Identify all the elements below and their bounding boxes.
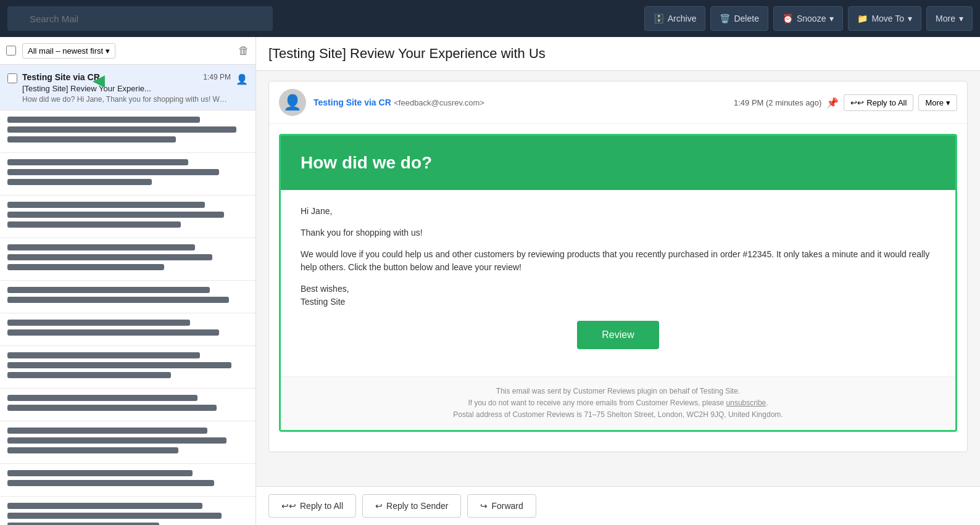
list-item[interactable] xyxy=(0,110,255,153)
footer-line2: If you do not want to receive any more e… xyxy=(293,397,943,409)
list-item[interactable] xyxy=(0,238,255,281)
email-subject: [Testing Site] Review Your Experie... xyxy=(22,84,231,93)
email-detail-subject: [Testing Site] Review Your Experience wi… xyxy=(268,46,968,62)
email-preview: How did we do? Hi Jane, Thank you for sh… xyxy=(22,95,231,104)
email-from-block: Testing Site via CR <feedback@cusrev.com… xyxy=(314,97,726,108)
email-message-card: 👤 Testing Site via CR <feedback@cusrev.c… xyxy=(268,81,968,452)
more-button[interactable]: More ▾ xyxy=(926,6,973,31)
delete-icon: 🗑️ xyxy=(720,14,730,23)
email-list-header: All mail – newest first ▾ 🗑 xyxy=(0,37,255,65)
email-html-content: How did we do? Hi Jane, Thank you for sh… xyxy=(279,134,957,432)
list-item[interactable] xyxy=(0,421,255,464)
email-checkbox[interactable] xyxy=(7,73,17,83)
sort-chevron-icon: ▾ xyxy=(106,46,110,56)
move-to-button[interactable]: 📁 Move To ▾ xyxy=(848,6,921,31)
avatar: 👤 xyxy=(279,89,306,116)
email-from-addr: <feedback@cusrev.com> xyxy=(394,98,484,107)
move-to-icon: 📁 xyxy=(857,14,868,23)
forward-button[interactable]: ↪ Forward xyxy=(467,494,536,518)
review-button[interactable]: Review xyxy=(577,321,658,349)
footer-line1: This email was sent by Customer Reviews … xyxy=(293,386,943,397)
email-meta-row: 👤 Testing Site via CR <feedback@cusrev.c… xyxy=(269,81,967,124)
email-sign-off: Best wishes, Testing Site xyxy=(301,283,936,308)
archive-button[interactable]: 🗄️ Archive xyxy=(644,6,706,31)
email-green-header: How did we do? xyxy=(281,136,955,190)
more-inline-button[interactable]: More ▾ xyxy=(918,94,957,111)
more-chevron-icon: ▾ xyxy=(959,14,963,23)
toolbar: 🔍 🗄️ Archive 🗑️ Delete ⏰ Snooze ▾ 📁 Move… xyxy=(0,0,980,37)
reply-all-button[interactable]: ↩↩ Reply to All xyxy=(268,494,356,518)
delete-button[interactable]: 🗑️ Delete xyxy=(710,6,768,31)
email-list-item[interactable]: Testing Site via CR 1:49 PM [Testing Sit… xyxy=(0,65,255,110)
skeleton-email-list xyxy=(0,110,255,525)
list-item[interactable] xyxy=(0,196,255,238)
email-detail-header: [Testing Site] Review Your Experience wi… xyxy=(256,37,980,71)
archive-icon: 🗄️ xyxy=(654,14,664,23)
footer-line3: Postal address of Customer Reviews is 71… xyxy=(293,409,943,421)
snooze-icon: ⏰ xyxy=(783,14,793,23)
email-from-name: Testing Site via CR xyxy=(314,97,391,107)
avatar-icon: 👤 xyxy=(283,94,302,111)
snooze-button[interactable]: ⏰ Snooze ▾ xyxy=(773,6,843,31)
email-line2: We would love if you could help us and o… xyxy=(301,248,936,274)
arrow-annotation: ◀ xyxy=(93,71,105,90)
reply-all-inline-icon: ↩↩ xyxy=(850,98,864,107)
list-item[interactable] xyxy=(0,389,255,421)
sort-label: All mail – newest first xyxy=(28,46,103,56)
more-inline-chevron-icon: ▾ xyxy=(946,98,950,107)
snooze-chevron-icon: ▾ xyxy=(829,14,834,23)
search-input[interactable] xyxy=(7,6,273,31)
email-line1: Thank you for shopping with us! xyxy=(301,226,936,239)
move-to-chevron-icon: ▾ xyxy=(908,14,912,23)
reply-sender-button[interactable]: ↩ Reply to Sender xyxy=(362,494,461,518)
email-greeting: Hi Jane, xyxy=(301,205,936,218)
reply-all-inline-button[interactable]: ↩↩ Reply to All xyxy=(844,94,913,111)
sort-dropdown[interactable]: All mail – newest first ▾ xyxy=(22,43,115,59)
email-list: All mail – newest first ▾ 🗑 Testing Site… xyxy=(0,37,256,525)
reply-sender-icon: ↩ xyxy=(375,501,383,511)
list-item[interactable] xyxy=(0,346,255,389)
email-html-body: Hi Jane, Thank you for shopping with us!… xyxy=(281,190,955,376)
email-sender: Testing Site via CR xyxy=(22,72,100,82)
pin-icon: 📌 xyxy=(826,97,839,109)
list-item[interactable] xyxy=(0,153,255,196)
email-timestamp: 1:49 PM (2 minutes ago) xyxy=(734,98,821,107)
reply-all-icon: ↩↩ xyxy=(281,501,296,511)
forward-icon: ↪ xyxy=(480,501,488,511)
unsubscribe-link[interactable]: unsubscribe xyxy=(726,399,766,407)
list-item[interactable] xyxy=(0,497,255,525)
email-time: 1:49 PM xyxy=(203,73,231,81)
trash-icon[interactable]: 🗑 xyxy=(238,44,249,57)
email-footer: This email was sent by Customer Reviews … xyxy=(281,376,955,430)
list-item[interactable] xyxy=(0,313,255,346)
email-heading: How did we do? xyxy=(301,153,936,173)
email-detail: [Testing Site] Review Your Experience wi… xyxy=(256,37,980,525)
select-all-checkbox[interactable] xyxy=(6,46,16,56)
email-item-content: Testing Site via CR 1:49 PM [Testing Sit… xyxy=(22,72,231,104)
list-item[interactable] xyxy=(0,281,255,313)
email-detail-footer: ↩↩ Reply to All ↩ Reply to Sender ↪ Forw… xyxy=(256,486,980,525)
email-detail-body: 👤 Testing Site via CR <feedback@cusrev.c… xyxy=(256,71,980,486)
search-wrap: 🔍 xyxy=(7,6,273,31)
email-action-icon: 👤 xyxy=(236,73,248,85)
main-area: All mail – newest first ▾ 🗑 Testing Site… xyxy=(0,37,980,525)
list-item[interactable] xyxy=(0,464,255,497)
email-meta-actions: 1:49 PM (2 minutes ago) 📌 ↩↩ Reply to Al… xyxy=(734,94,957,111)
